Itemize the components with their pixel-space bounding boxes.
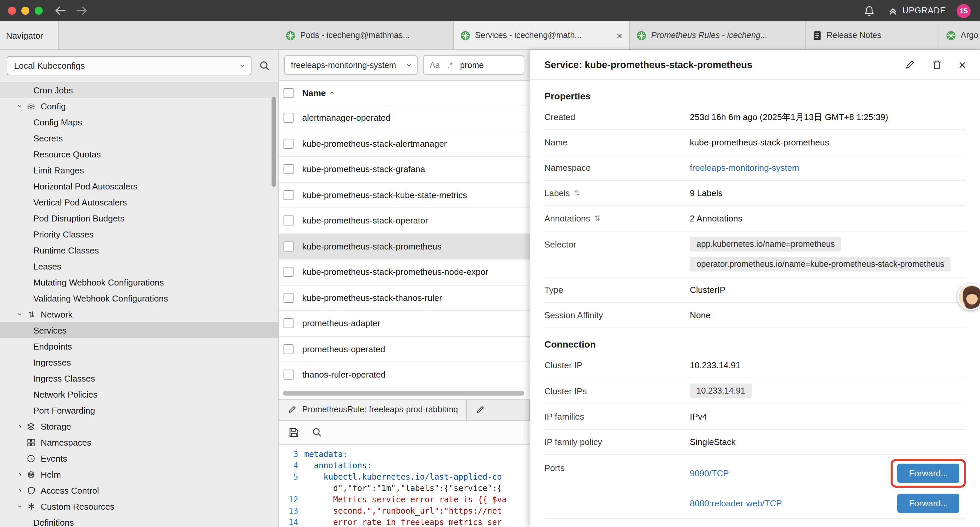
forward-button[interactable]: Forward... xyxy=(897,463,959,483)
row-checkbox[interactable] xyxy=(283,164,294,174)
table-row[interactable]: kube-prometheus-stack-prometheus-node-ex… xyxy=(279,260,530,285)
sidebar-item-runtime-classes[interactable]: Runtime Classes xyxy=(0,242,278,258)
sidebar-item-endpoints[interactable]: Endpoints xyxy=(0,338,278,354)
sidebar-item-custom-resources[interactable]: ›Custom Resources xyxy=(0,498,278,514)
zoom-window-button[interactable] xyxy=(35,7,43,15)
row-checkbox[interactable] xyxy=(283,216,294,226)
sidebar-scrollbar-thumb[interactable] xyxy=(272,97,276,187)
sidebar-item-secrets[interactable]: Secrets xyxy=(0,130,278,146)
save-icon[interactable] xyxy=(288,427,299,438)
delete-resource-icon[interactable] xyxy=(932,59,942,70)
sidebar-item-limit-ranges[interactable]: Limit Ranges xyxy=(0,162,278,178)
back-arrow-icon[interactable] xyxy=(55,6,66,15)
sidebar-item-config-maps[interactable]: Config Maps xyxy=(0,114,278,130)
editor-tab-prometheusrule[interactable]: PrometheusRule: freeleaps-prod-rabbitmq xyxy=(279,399,467,420)
navigator-tab[interactable]: Navigator xyxy=(0,21,59,49)
sidebar-item-network-policies[interactable]: Network Policies xyxy=(0,386,278,402)
sidebar-item-cron-jobs[interactable]: Cron Jobs xyxy=(0,82,278,98)
yaml-editor[interactable]: 3metadata:4 annotations:5 kubectl.kubern… xyxy=(279,444,530,527)
row-checkbox[interactable] xyxy=(283,344,294,354)
sidebar-item-ingresses[interactable]: Ingresses xyxy=(0,354,278,370)
sidebar-item-horizontal-pod-autoscalers[interactable]: Horizontal Pod Autoscalers xyxy=(0,178,278,194)
sidebar-item-label: Services xyxy=(33,325,67,335)
upgrade-button[interactable]: UPGRADE xyxy=(888,6,946,16)
sidebar-item-ingress-classes[interactable]: Ingress Classes xyxy=(0,370,278,386)
sidebar-item-helm[interactable]: ›Helm xyxy=(0,466,278,482)
table-row[interactable]: prometheus-adapter xyxy=(279,311,530,336)
row-value-link[interactable]: freeleaps-monitoring-system xyxy=(690,163,799,173)
close-tab-icon[interactable]: × xyxy=(614,30,622,41)
table-row[interactable]: thanos-ruler-operated xyxy=(279,362,530,388)
row-checkbox[interactable] xyxy=(283,242,294,252)
tab-release-notes[interactable]: Release Notes xyxy=(806,21,939,49)
editor-search-icon[interactable] xyxy=(312,427,322,438)
horizontal-scrollbar-thumb[interactable] xyxy=(283,390,524,395)
sidebar-item-events[interactable]: Events xyxy=(0,450,278,466)
sidebar-item-vertical-pod-autoscalers[interactable]: Vertical Pod Autoscalers xyxy=(0,194,278,210)
namespace-filter-dropdown[interactable]: freeleaps-monitoring-system › xyxy=(284,56,418,75)
select-all-checkbox[interactable] xyxy=(283,88,294,98)
sidebar-item-storage[interactable]: ›Storage xyxy=(0,418,278,434)
close-window-button[interactable] xyxy=(8,7,16,15)
table-row[interactable]: prometheus-operated xyxy=(279,336,530,362)
sidebar-item-validating-webhook-configurations[interactable]: Validating Webhook Configurations xyxy=(0,290,278,306)
upgrade-label: UPGRADE xyxy=(902,6,946,15)
badge-list: 10.233.14.91 xyxy=(690,378,752,404)
tab-argo-se[interactable]: Argo Se xyxy=(939,21,980,49)
forward-arrow-icon[interactable] xyxy=(76,6,88,15)
port-link[interactable]: 9090/TCP xyxy=(690,468,729,478)
table-row[interactable]: kube-prometheus-stack-grafana xyxy=(279,157,530,182)
sidebar-item-pod-disruption-budgets[interactable]: Pod Disruption Budgets xyxy=(0,210,278,226)
row-checkbox[interactable] xyxy=(283,113,294,123)
sort-updown-icon[interactable]: ⇅ xyxy=(594,214,600,223)
row-checkbox[interactable] xyxy=(283,139,294,149)
line-number: 5 xyxy=(279,471,304,482)
sidebar-item-port-forwarding[interactable]: Port Forwarding xyxy=(0,402,278,418)
sidebar-item-network[interactable]: ›Network xyxy=(0,306,278,322)
notification-count-badge[interactable]: 15 xyxy=(957,4,970,18)
sidebar-item-definitions[interactable]: Definitions xyxy=(0,514,278,527)
sort-updown-icon[interactable]: ⇅ xyxy=(574,189,580,197)
table-row[interactable]: kube-prometheus-stack-kube-state-metrics xyxy=(279,182,530,208)
editor-tab-partial[interactable] xyxy=(467,399,530,420)
tab-services-icecheng-math[interactable]: Services - icecheng@math...× xyxy=(453,21,630,49)
sidebar-item-access-control[interactable]: ›Access Control xyxy=(0,482,278,498)
sidebar-item-services[interactable]: Services xyxy=(0,322,278,338)
sidebar-item-mutating-webhook-configurations[interactable]: Mutating Webhook Configurations xyxy=(0,274,278,290)
sidebar-item-resource-quotas[interactable]: Resource Quotas xyxy=(0,146,278,162)
table-row[interactable]: alertmanager-operated xyxy=(279,105,530,131)
minimize-window-button[interactable] xyxy=(21,7,29,15)
row-checkbox[interactable] xyxy=(283,318,294,328)
sidebar-search-icon[interactable] xyxy=(259,60,270,71)
notifications-bell-icon[interactable] xyxy=(864,5,874,16)
kubeconfig-selector[interactable]: Local Kubeconfigs › xyxy=(7,56,251,75)
row-checkbox[interactable] xyxy=(283,190,294,200)
column-header-name[interactable]: Name › xyxy=(302,88,333,98)
edit-resource-icon[interactable] xyxy=(905,59,915,70)
edit-pencil-icon xyxy=(288,405,297,414)
tab-pods-icecheng-mathmas[interactable]: Pods - icecheng@mathmas... xyxy=(279,21,453,49)
table-row[interactable]: kube-prometheus-stack-alertmanager xyxy=(279,131,530,157)
match-case-toggle[interactable]: Aa xyxy=(430,61,440,70)
table-row[interactable]: kube-prometheus-stack-thanos-ruler xyxy=(279,285,530,311)
horizontal-scrollbar[interactable] xyxy=(279,388,530,399)
sidebar-item-leases[interactable]: Leases xyxy=(0,258,278,274)
close-drawer-icon[interactable]: × xyxy=(959,58,966,71)
sidebar-item-namespaces[interactable]: Namespaces xyxy=(0,434,278,450)
code-text: Metrics service error rate is {{ $va xyxy=(304,494,507,505)
row-checkbox[interactable] xyxy=(283,293,294,303)
drawer-row-annotations: Annotations⇅2 Annotations xyxy=(544,206,966,231)
ports-list: 9090/TCPForward...8080:reloader-web/TCPF… xyxy=(690,455,966,518)
sidebar-item-config[interactable]: ›Config xyxy=(0,98,278,114)
sidebar-item-priority-classes[interactable]: Priority Classes xyxy=(0,226,278,242)
forward-button[interactable]: Forward... xyxy=(897,494,959,513)
row-checkbox[interactable] xyxy=(283,370,294,380)
table-search-input[interactable]: Aa .* prome xyxy=(423,56,524,75)
table-row[interactable]: kube-prometheus-stack-prometheus xyxy=(279,234,530,260)
tab-prometheus-rules-icechen[interactable]: Prometheus Rules - icecheng... xyxy=(630,21,806,49)
code-text: kubectl.kubernetes.io/last-applied-co xyxy=(304,471,502,482)
table-row[interactable]: kube-prometheus-stack-operator xyxy=(279,208,530,234)
regex-toggle[interactable]: .* xyxy=(447,61,453,70)
row-checkbox[interactable] xyxy=(283,267,294,277)
port-link[interactable]: 8080:reloader-web/TCP xyxy=(690,498,782,508)
